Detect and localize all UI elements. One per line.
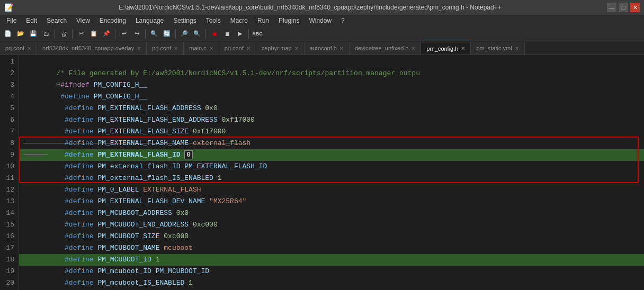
macro-record-button[interactable]: ⏺ <box>209 28 220 40</box>
macro-ident: PM_EXTERNAL_FLASH_END_ADDRESS <box>97 116 217 124</box>
menu-edit[interactable]: Edit <box>22 16 41 25</box>
tab-close-icon[interactable]: ✕ <box>515 46 519 51</box>
menu-window[interactable]: Window <box>305 16 336 25</box>
menu-settings[interactable]: Settings <box>169 16 200 25</box>
tab-prj-conf-2[interactable]: prj.conf ✕ <box>147 42 184 55</box>
tab-close-icon[interactable]: ✕ <box>339 46 344 51</box>
macro-ident-15: PM_MCUBOOT_SIZE <box>97 232 159 240</box>
define-kw-9: #define <box>65 162 94 170</box>
macro-stop-button[interactable]: ⏹ <box>221 28 233 40</box>
menu-encoding[interactable]: Encoding <box>95 16 130 25</box>
tab-pm-config[interactable]: pm_config.h ✕ <box>421 42 471 55</box>
minimize-button[interactable]: — <box>607 3 616 12</box>
str-val-11: EXTERNAL_FLASH <box>143 186 201 194</box>
space <box>56 267 65 275</box>
macro-ident-8: PM_EXTERNAL_FLASH_ID <box>97 151 180 159</box>
tab-close-icon[interactable]: ✕ <box>137 46 141 51</box>
title-bar: 📝 E:\aw32001\NordicNCS\v1.5.1-dev\laisi\… <box>0 0 644 15</box>
tab-close-icon[interactable]: ✕ <box>294 46 299 51</box>
menu-view[interactable]: View <box>72 16 94 25</box>
comment-span: /* File generated by E:/aw32001/NordicNC… <box>56 69 420 77</box>
space <box>56 139 65 147</box>
space <box>56 209 65 217</box>
tab-pm-static[interactable]: pm_static.yml ✕ <box>471 42 524 55</box>
tab-close-icon[interactable]: ✕ <box>174 46 178 51</box>
define-kw: #define <box>65 116 94 124</box>
line-num-3: 3 <box>2 79 14 91</box>
zoom-out-button[interactable]: 🔍 <box>191 28 203 40</box>
line-num-9: 9 <box>2 149 14 161</box>
macro-ref-18: PM_MCUBOOT_ID <box>156 267 209 275</box>
cut-button[interactable]: ✂ <box>75 28 87 40</box>
num-val-15: 0xc000 <box>164 232 189 240</box>
tab-prj-conf-1[interactable]: prj.conf ✕ <box>0 42 37 55</box>
tab-devicetree[interactable]: devicetree_unfixed.h ✕ <box>350 42 422 55</box>
tab-autoconf[interactable]: autoconf.h ✕ <box>305 42 350 55</box>
toolbar: 📄 📂 💾 🗂 🖨 ✂ 📋 📌 ↩ ↪ 🔍 🔄 🔎 🔍 ⏺ ⏹ ▶ ABC <box>0 26 644 41</box>
tab-prj-conf-3[interactable]: prj.conf ✕ <box>219 42 256 55</box>
close-button[interactable]: ✕ <box>630 3 640 12</box>
macro-ident-13: PM_MCUBOOT_ADDRESS <box>97 209 172 217</box>
open-button[interactable]: 📂 <box>15 28 26 40</box>
title-bar-title: E:\aw32001\NordicNCS\v1.5.1-dev\laisi\ap… <box>13 4 607 11</box>
space <box>56 256 65 264</box>
tab-close-icon[interactable]: ✕ <box>246 46 251 51</box>
sep7 <box>248 29 249 39</box>
menu-search[interactable]: Search <box>42 16 71 25</box>
save-button[interactable]: 💾 <box>28 28 39 40</box>
macro-ident-9: PM_external_flash_ID <box>97 162 180 170</box>
line-num-11: 11 <box>2 173 14 184</box>
redo-button[interactable]: ↪ <box>131 28 142 40</box>
editor-area: 1 2 3 4 5 6 7 8 9 10 11 12 13 14 15 16 1… <box>0 55 644 290</box>
line-num-10: 10 <box>2 161 14 173</box>
sep6 <box>205 29 206 39</box>
editor-wrapper[interactable]: /* File generated by E:/aw32001/NordicNC… <box>19 55 644 290</box>
maximize-button[interactable]: □ <box>619 3 628 12</box>
menu-run[interactable]: Run <box>253 16 273 25</box>
save-all-button[interactable]: 🗂 <box>40 28 52 40</box>
space <box>56 116 65 124</box>
tabs-bar: prj.conf ✕ nrf5340dk_nrf5340_cpuapp.over… <box>0 41 644 55</box>
num-val: 0xf17000 <box>193 128 226 135</box>
macro-ref-9: PM_EXTERNAL_FLASH_ID <box>184 162 267 170</box>
num-val-19: 1 <box>189 279 193 287</box>
tab-close-icon[interactable]: ✕ <box>411 46 415 51</box>
sp142 <box>189 221 193 229</box>
tab-main-c[interactable]: main.c ✕ <box>184 42 219 55</box>
find-button[interactable]: 🔍 <box>148 28 160 40</box>
tab-overlay[interactable]: nrf5340dk_nrf5340_cpuapp.overlay ✕ <box>37 42 147 55</box>
menu-tools[interactable]: Tools <box>202 16 225 25</box>
define-kw-15: #define <box>65 232 94 240</box>
macro-ident: PM_CONFIG_H__ <box>94 93 147 101</box>
zoom-in-button[interactable]: 🔎 <box>178 28 190 40</box>
menu-language[interactable]: Language <box>131 16 168 25</box>
new-button[interactable]: 📄 <box>2 28 14 40</box>
space <box>218 116 222 124</box>
macro-play-button[interactable]: ▶ <box>234 28 246 40</box>
undo-button[interactable]: ↩ <box>118 28 130 40</box>
tab-zephyr-map[interactable]: zephyr.map ✕ <box>256 42 305 55</box>
macro-ident: PM_EXTERNAL_FLASH_NAME <box>97 139 189 147</box>
menu-plugins[interactable]: Plugins <box>274 16 303 25</box>
copy-button[interactable]: 📋 <box>88 28 100 40</box>
tab-close-icon[interactable]: ✕ <box>27 46 31 51</box>
tab-close-icon[interactable]: ✕ <box>461 46 465 51</box>
menu-file[interactable]: File <box>2 16 21 25</box>
define-kw-18: #define <box>65 267 94 275</box>
macro-ident: PM_EXTERNAL_FLASH_ADDRESS <box>97 104 201 112</box>
menu-bar: File Edit Search View Encoding Language … <box>0 15 644 26</box>
define-kw-16: #define <box>65 244 94 252</box>
menu-help[interactable]: ? <box>337 16 349 25</box>
menu-macro[interactable]: Macro <box>226 16 252 25</box>
title-bar-icon: 📝 <box>4 3 13 12</box>
code-content[interactable]: /* File generated by E:/aw32001/NordicNC… <box>19 55 644 290</box>
tab-close-icon[interactable]: ✕ <box>209 46 213 51</box>
print-button[interactable]: 🖨 <box>58 28 69 40</box>
line-num-20: 20 <box>2 277 14 289</box>
paste-button[interactable]: 📌 <box>101 28 112 40</box>
replace-button[interactable]: 🔄 <box>161 28 173 40</box>
abc-button[interactable]: ABC <box>252 28 263 40</box>
sp172 <box>151 256 156 264</box>
space <box>56 174 65 182</box>
define-kw: #define <box>60 93 90 101</box>
